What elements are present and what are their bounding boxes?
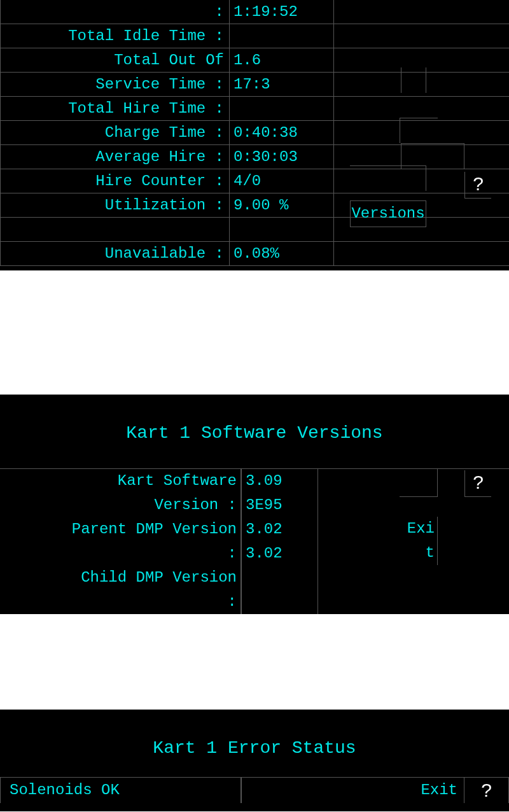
decoration-box [401,67,426,93]
stats-label: Unavailable : [0,242,229,266]
error-status-title: Kart 1 Error Status [0,710,509,778]
stats-label: Total Out Of [0,48,229,73]
stats-row: Unavailable :0.08% [0,242,509,266]
help-icon[interactable]: ? [464,778,509,803]
stats-label: : [0,0,229,24]
stats-label: Total Hire Time : [0,97,229,121]
stats-row: :1:19:52 [0,0,509,24]
stats-row: Total Out Of1.6 [0,48,509,73]
stats-label: Average Hire : [0,145,229,169]
stats-value: 1.6 [229,48,334,73]
version-values: 3.09 3E95 3.02 3.02 [242,469,318,614]
version-labels: Kart Software Version : Parent DMP Versi… [0,469,242,614]
stats-value: 17:3 [229,73,334,97]
stats-value: 9.00 % [229,193,334,218]
decoration-box [400,118,438,143]
stats-row: Service Time :17:3 [0,73,509,97]
stats-label: Hire Counter : [0,169,229,193]
stats-row: Hire Counter :4/0 [0,169,509,193]
stats-label: Utilization : [0,193,229,218]
exit-button[interactable]: Exit [242,778,464,803]
stats-label: Service Time : [0,73,229,97]
stats-row: Utilization :9.00 % [0,193,509,218]
exit-button[interactable]: Exi t [400,517,438,565]
stats-right-pad [334,24,509,48]
decoration-box [400,469,438,497]
stats-right-pad [334,0,509,24]
stats-right-pad [334,242,509,266]
error-status-panel: Kart 1 Error Status Solenoids OK Exit ? [0,710,509,811]
decoration-box [350,165,426,191]
stats-value [229,24,334,48]
help-icon[interactable]: ? [464,470,491,497]
stats-value: 1:19:52 [229,0,334,24]
stats-row [0,218,509,242]
error-status-value: Solenoids OK [0,778,242,803]
stats-panel: :1:19:52Total Idle Time :Total Out Of1.6… [0,0,509,270]
stats-label: Total Idle Time : [0,24,229,48]
versions-title: Kart 1 Software Versions [0,395,509,469]
stats-label [0,218,229,242]
versions-button[interactable]: Versions [350,200,426,227]
stats-value: 0.08% [229,242,334,266]
decoration-box [401,143,464,169]
stats-value: 0:30:03 [229,145,334,169]
stats-value [229,218,334,242]
stats-value [229,97,334,121]
versions-panel: Kart 1 Software Versions Kart Software V… [0,395,509,614]
stats-value: 4/0 [229,169,334,193]
stats-value: 0:40:38 [229,121,334,145]
stats-label: Charge Time : [0,121,229,145]
stats-row: Total Idle Time : [0,24,509,48]
help-icon[interactable]: ? [464,172,491,199]
